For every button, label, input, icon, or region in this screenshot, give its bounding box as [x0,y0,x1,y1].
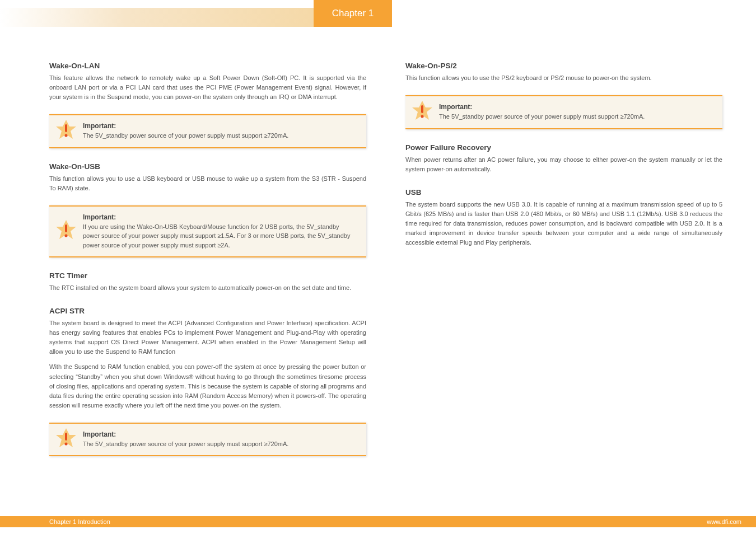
note-text: The 5V_standby power source of your powe… [439,112,713,121]
section-title-wake-on-lan: Wake-On-LAN [49,62,366,70]
section-title-usb3: USB [405,188,722,196]
note-label: Important: [83,213,357,221]
svg-rect-6 [421,105,423,113]
note-box-wol: Important: The 5V_standby power source o… [49,114,366,148]
header-gradient-band [0,8,314,27]
body-rtc: The RTC installed on the system board al… [49,283,366,293]
important-icon [54,219,78,243]
section-title-power-failure: Power Failure Recovery [405,143,722,152]
note-text: The 5V_standby power source of your powe… [83,439,357,449]
important-icon [410,100,435,124]
section-title-rtc: RTC Timer [49,271,366,280]
body-power-failure: When power returns after an AC power fai… [405,155,722,174]
note-label: Important: [83,430,357,438]
body-acpi-1: The system board is designed to meet the… [49,318,366,357]
svg-rect-0 [65,124,67,132]
note-label: Important: [83,122,357,130]
svg-rect-4 [65,433,67,441]
note-label: Important: [439,103,713,111]
body-acpi-2: With the Suspend to RAM function enabled… [49,362,366,410]
note-text: The 5V_standby power source of your powe… [83,131,357,140]
section-title-acpi: ACPI STR [49,307,366,315]
body-usb3: The system board supports the new USB 3.… [405,200,722,247]
page-content: Wake-On-LAN This feature allows the netw… [49,62,722,495]
body-wake-on-ps2: This function allows you to use the PS/2… [405,73,722,83]
note-box-usb: Important: If you are using the Wake-On-… [49,205,366,258]
body-wake-on-lan: This feature allows the network to remot… [49,73,366,102]
important-icon [54,427,78,452]
body-wake-on-usb: This function allows you to use a USB ke… [49,174,366,193]
footer-right: www.dfi.com [707,518,741,525]
chapter-tab: Chapter 1 [314,0,392,27]
note-box-acpi: Important: The 5V_standby power source o… [49,423,366,457]
svg-point-1 [64,134,67,137]
footer-left: Chapter 1 Introduction [49,518,110,525]
page-footer: Chapter 1 Introduction www.dfi.com [0,516,756,527]
svg-point-3 [64,235,67,237]
note-text: If you are using the Wake-On-USB Keyboar… [83,222,357,250]
svg-rect-2 [65,224,67,232]
section-title-wake-on-usb: Wake-On-USB [49,162,366,171]
svg-point-7 [421,115,423,118]
svg-point-5 [64,442,67,445]
important-icon [54,119,78,143]
left-column: Wake-On-LAN This feature allows the netw… [49,62,366,495]
right-column: Wake-On-PS/2 This function allows you to… [405,62,722,495]
section-title-wake-on-ps2: Wake-On-PS/2 [405,62,722,70]
note-box-ps2: Important: The 5V_standby power source o… [405,95,722,129]
